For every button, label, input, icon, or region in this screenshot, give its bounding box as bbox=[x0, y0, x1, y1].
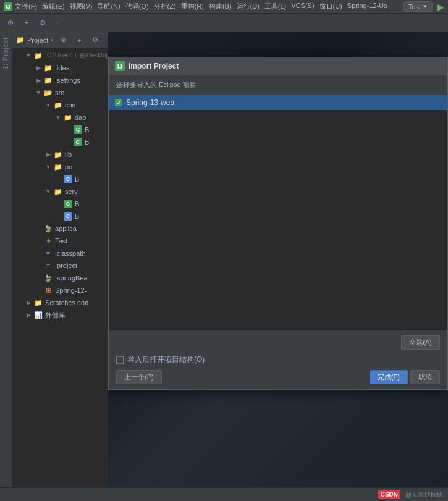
panel-sync-icon[interactable]: ⊕ bbox=[56, 33, 70, 47]
menu-file[interactable]: 文件(F) bbox=[15, 2, 37, 11]
watermark-text: @天凉好秋秋. bbox=[405, 490, 444, 499]
tree-label: .settings bbox=[55, 77, 80, 84]
title-bar: IJ 文件(F) 编辑(E) 视图(V) 导航(N) 代码(O) 分析(Z) 重… bbox=[0, 0, 448, 14]
app-icon: IJ bbox=[4, 2, 12, 11]
folder-icon: 📁 bbox=[43, 75, 53, 85]
arrow-icon: ▶ bbox=[23, 312, 33, 318]
panel-dropdown-icon[interactable]: ▾ bbox=[51, 37, 54, 43]
tree-label: .project bbox=[55, 262, 77, 269]
select-all-button[interactable]: 全选(A) bbox=[401, 335, 440, 350]
tree-item-com[interactable]: ▼ 📁 com bbox=[12, 99, 108, 111]
dialog-subtitle: 选择要导入的 Eclipse 项目 bbox=[109, 75, 447, 95]
run-button[interactable]: ▶ bbox=[437, 2, 444, 12]
back-button[interactable]: 上一个(P) bbox=[116, 370, 162, 384]
open-project-checkbox-row: 导入后打开项目结构(O) bbox=[116, 355, 440, 365]
panel-header: 📁 Project ▾ ⊕ ÷ ⚙ — bbox=[12, 32, 108, 48]
status-bar: CSDN @天凉好秋秋. bbox=[0, 487, 448, 501]
arrow-icon: ▼ bbox=[33, 90, 43, 96]
tree-item-extlib[interactable]: ▶ 📊 外部库 bbox=[12, 309, 108, 321]
menu-edit[interactable]: 编辑(E) bbox=[42, 2, 65, 11]
dialog-list-item[interactable]: ✓ Spring-13-web bbox=[109, 95, 447, 110]
menu-view[interactable]: 视图(V) bbox=[70, 2, 93, 11]
menu-tools[interactable]: 工具(L) bbox=[264, 2, 286, 11]
tree-item-project[interactable]: ≡ .project bbox=[12, 259, 108, 272]
menu-bar[interactable]: 文件(F) 编辑(E) 视图(V) 导航(N) 代码(O) 分析(Z) 重构(R… bbox=[15, 2, 387, 11]
tree-item-springbea[interactable]: 🍃 .springBea bbox=[12, 272, 108, 284]
menu-window[interactable]: 窗口(U) bbox=[319, 2, 342, 11]
classpath-icon: ≡ bbox=[43, 248, 53, 258]
arrow-icon: ▶ bbox=[33, 77, 43, 83]
tree-label: Test bbox=[55, 237, 67, 245]
item-label: Spring-13-web bbox=[126, 98, 174, 107]
test-icon: ✦ bbox=[43, 236, 53, 246]
tree-label: B bbox=[75, 213, 79, 220]
tree-item-class-b1[interactable]: C B bbox=[12, 173, 108, 185]
tree-item-class-c3[interactable]: C B bbox=[12, 198, 108, 210]
project-icon: ≡ bbox=[43, 261, 53, 271]
nav-back-group: 上一个(P) bbox=[116, 370, 162, 384]
modal-overlay: IJ Import Project 选择要导入的 Eclipse 项目 ✓ Sp… bbox=[108, 32, 448, 487]
item-checkbox[interactable]: ✓ bbox=[115, 99, 122, 106]
spring2-icon: 🍃 bbox=[43, 273, 53, 283]
menu-vcs[interactable]: VCS(S) bbox=[291, 2, 314, 11]
arrow-icon: ▼ bbox=[43, 102, 53, 108]
tree-label: B bbox=[85, 138, 89, 146]
tree-item-serv[interactable]: ▼ 📁 serv bbox=[12, 185, 108, 198]
tree-label: lib bbox=[65, 151, 72, 158]
menu-analyze[interactable]: 分析(Z) bbox=[154, 2, 176, 11]
tree-label: Scratches and bbox=[45, 299, 88, 306]
dialog-list-area: ✓ Spring-13-web bbox=[109, 95, 447, 330]
tree-label: B bbox=[85, 126, 89, 133]
toolbar-btn-3[interactable]: ⚙ bbox=[36, 16, 49, 30]
toolbar-btn-2[interactable]: ÷ bbox=[20, 16, 33, 30]
csdn-badge: CSDN bbox=[378, 490, 400, 499]
menu-run[interactable]: 运行(D) bbox=[237, 2, 260, 11]
dialog-bottom: 全选(A) 导入后打开项目结构(O) 上一个(P) 完成(F) bbox=[109, 330, 447, 389]
tree-item-class-c2[interactable]: C B bbox=[12, 136, 108, 148]
tree-item-po[interactable]: ▼ 📁 po bbox=[12, 161, 108, 173]
tree-item-root[interactable]: ▼ 📁 Spring-12-UserManage-AOP2 C:\Users\工… bbox=[12, 49, 108, 62]
menu-code[interactable]: 代码(O) bbox=[125, 2, 149, 11]
run-config-selector[interactable]: Test ▾ bbox=[403, 1, 433, 12]
tree-item-spring12[interactable]: ⊞ Spring-12- bbox=[12, 284, 108, 297]
open-project-checkbox[interactable] bbox=[116, 356, 124, 364]
toolbar-btn-4[interactable]: — bbox=[52, 16, 66, 30]
tree-path: C:\Users\工爸\Desktop\Spr bbox=[47, 51, 108, 60]
panel-settings-icon[interactable]: ⚙ bbox=[88, 33, 102, 47]
menu-navigate[interactable]: 导航(N) bbox=[97, 2, 120, 11]
tree-item-class-c1[interactable]: C B bbox=[12, 124, 108, 136]
cancel-button[interactable]: 取消 bbox=[410, 370, 440, 384]
dialog-app-icon: IJ bbox=[115, 61, 125, 71]
arrow-icon: ▼ bbox=[23, 53, 33, 59]
tree-item-src[interactable]: ▼ 📂 src bbox=[12, 86, 108, 99]
toolbar-btn-1[interactable]: ⊕ bbox=[4, 16, 17, 30]
tree-item-class-b2[interactable]: C B bbox=[12, 210, 108, 222]
tree-label: .springBea bbox=[55, 274, 88, 282]
lib-icon: 📁 bbox=[53, 149, 63, 159]
menu-build[interactable]: 构建(B) bbox=[209, 2, 232, 11]
tree-item-dao[interactable]: ▼ 📁 dao bbox=[12, 111, 108, 124]
folder-icon: 📁 bbox=[53, 100, 63, 110]
side-strip-label[interactable]: 1: Project bbox=[2, 37, 9, 69]
tree-item-settings[interactable]: ▶ 📁 .settings bbox=[12, 74, 108, 86]
tree-item-applica[interactable]: 🍃 applica bbox=[12, 222, 108, 235]
tree-label: B bbox=[75, 200, 79, 208]
menu-refactor[interactable]: 重构(R) bbox=[181, 2, 204, 11]
finish-button[interactable]: 完成(F) bbox=[370, 370, 408, 384]
tree-item-test[interactable]: ✦ Test bbox=[12, 235, 108, 247]
arrow-icon: ▼ bbox=[43, 188, 53, 195]
folder-icon: 📁 bbox=[33, 51, 43, 61]
tree-item-lib[interactable]: ▶ 📁 lib bbox=[12, 148, 108, 161]
tree-item-classpath[interactable]: ≡ .classpath bbox=[12, 247, 108, 259]
tree-item-idea[interactable]: ▶ 📁 .idea bbox=[12, 62, 108, 74]
tree-item-scratches[interactable]: ▶ 📁 Scratches and bbox=[12, 297, 108, 309]
panel-folder-icon: 📁 bbox=[16, 36, 25, 44]
arrow-icon: ▼ bbox=[43, 164, 53, 170]
tree-label: serv bbox=[65, 188, 78, 195]
panel-header-controls: ⊕ ÷ ⚙ — bbox=[56, 33, 108, 47]
xml-icon: ⊞ bbox=[43, 285, 53, 295]
class-b2-icon: C bbox=[63, 211, 73, 221]
panel-collapse-icon[interactable]: ÷ bbox=[72, 33, 86, 47]
menu-title: Spring-12-Us bbox=[347, 2, 387, 11]
open-project-label: 导入后打开项目结构(O) bbox=[127, 355, 205, 365]
